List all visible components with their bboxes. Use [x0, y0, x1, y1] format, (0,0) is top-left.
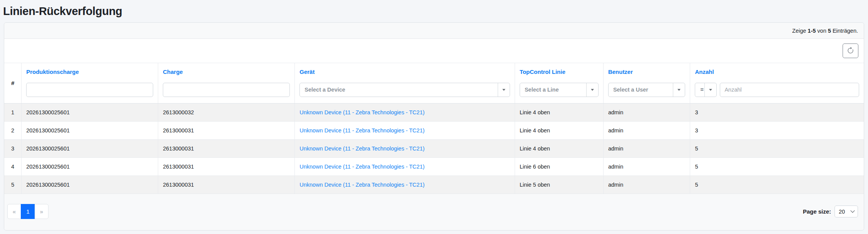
- page-title: Linien-Rückverfolgung: [0, 0, 868, 22]
- col-number: #: [4, 63, 22, 103]
- device-link[interactable]: Unknown Device (11 - Zebra Technologies …: [299, 164, 425, 170]
- cell-produktionscharge: 20261300025601: [22, 157, 158, 176]
- device-filter-placeholder: Select a Device: [300, 83, 498, 97]
- pagination-last-button[interactable]: »: [35, 204, 49, 219]
- page-size-select[interactable]: 20: [835, 206, 858, 217]
- summary-total: 5: [828, 28, 831, 34]
- column-header-number: #: [11, 80, 14, 86]
- page-size-value: 20: [839, 209, 845, 215]
- cell-benutzer: admin: [603, 139, 690, 157]
- cell-charge: 2613000031: [158, 176, 295, 194]
- cell-charge: 2613000031: [158, 139, 295, 157]
- grid-footer: « 1 » Page size: 20: [4, 194, 864, 230]
- device-filter-select[interactable]: Select a Device: [299, 83, 510, 97]
- table-row: 5 20261300025601 2613000031 Unknown Devi…: [4, 176, 864, 194]
- cell-geraet: Unknown Device (11 - Zebra Technologies …: [295, 103, 515, 121]
- column-header-produktionscharge[interactable]: Produktionscharge: [26, 69, 79, 75]
- table-row: 1 20261300025601 2613000032 Unknown Devi…: [4, 103, 864, 121]
- table-body: 1 20261300025601 2613000032 Unknown Devi…: [4, 103, 864, 194]
- pagination: « 1 »: [7, 204, 49, 219]
- cell-topcontrol-linie: Linie 6 oben: [515, 157, 603, 176]
- page-size-label: Page size:: [803, 208, 831, 215]
- cell-produktionscharge: 20261300025601: [22, 103, 158, 121]
- anzahl-operator-select[interactable]: =: [695, 83, 717, 97]
- cell-topcontrol-linie: Linie 4 oben: [515, 103, 603, 121]
- col-charge: Charge: [158, 63, 295, 103]
- table-row: 4 20261300025601 2613000031 Unknown Devi…: [4, 157, 864, 176]
- cell-anzahl: 5: [690, 139, 864, 157]
- cell-anzahl: 3: [690, 103, 864, 121]
- user-filter-select[interactable]: Select a User: [608, 83, 686, 97]
- cell-row-number: 2: [4, 121, 22, 139]
- cell-row-number: 4: [4, 157, 22, 176]
- refresh-icon: [847, 47, 854, 54]
- grid-panel: Zeige 1-5 von 5 Einträgen.: [4, 22, 864, 231]
- cell-charge: 2613000031: [158, 157, 295, 176]
- cell-benutzer: admin: [603, 103, 690, 121]
- summary-range: 1-5: [808, 28, 816, 34]
- cell-geraet: Unknown Device (11 - Zebra Technologies …: [295, 176, 515, 194]
- column-header-topcontrol-linie[interactable]: TopControl Linie: [520, 69, 565, 75]
- chevron-down-icon: [586, 83, 598, 97]
- charge-filter-input[interactable]: [163, 83, 290, 97]
- chevron-down-icon: [850, 208, 855, 212]
- col-produktionscharge: Produktionscharge: [22, 63, 158, 103]
- cell-benutzer: admin: [603, 121, 690, 139]
- cell-anzahl: 5: [690, 176, 864, 194]
- col-topcontrol-linie: TopControl Linie Select a Line: [515, 63, 603, 103]
- cell-produktionscharge: 20261300025601: [22, 176, 158, 194]
- pagination-first-button[interactable]: «: [7, 204, 21, 219]
- cell-row-number: 5: [4, 176, 22, 194]
- device-link[interactable]: Unknown Device (11 - Zebra Technologies …: [299, 127, 425, 134]
- chevron-down-icon: [704, 83, 716, 97]
- cell-topcontrol-linie: Linie 5 oben: [515, 176, 603, 194]
- cell-geraet: Unknown Device (11 - Zebra Technologies …: [295, 121, 515, 139]
- cell-topcontrol-linie: Linie 4 oben: [515, 139, 603, 157]
- summary-of-label: von: [817, 28, 826, 34]
- cell-geraet: Unknown Device (11 - Zebra Technologies …: [295, 157, 515, 176]
- page-size-control: Page size: 20: [803, 206, 858, 217]
- device-link[interactable]: Unknown Device (11 - Zebra Technologies …: [299, 109, 425, 115]
- col-anzahl: Anzahl =: [690, 63, 864, 103]
- toolbar: [4, 39, 864, 63]
- anzahl-operator-value: =: [695, 83, 704, 97]
- cell-row-number: 1: [4, 103, 22, 121]
- device-link[interactable]: Unknown Device (11 - Zebra Technologies …: [299, 182, 425, 188]
- cell-charge: 2613000032: [158, 103, 295, 121]
- refresh-button[interactable]: [843, 43, 858, 58]
- cell-topcontrol-linie: Linie 4 oben: [515, 121, 603, 139]
- cell-row-number: 3: [4, 139, 22, 157]
- summary-entries-label: Einträgen.: [833, 28, 858, 34]
- cell-anzahl: 5: [690, 157, 864, 176]
- pagination-page-1[interactable]: 1: [21, 204, 35, 219]
- table-row: 3 20261300025601 2613000031 Unknown Devi…: [4, 139, 864, 157]
- column-header-geraet[interactable]: Gerät: [299, 69, 314, 75]
- column-header-benutzer[interactable]: Benutzer: [608, 69, 633, 75]
- cell-benutzer: admin: [603, 157, 690, 176]
- summary-bar: Zeige 1-5 von 5 Einträgen.: [4, 23, 864, 39]
- user-filter-placeholder: Select a User: [609, 83, 673, 97]
- cell-benutzer: admin: [603, 176, 690, 194]
- cell-charge: 2613000031: [158, 121, 295, 139]
- summary-show-label: Zeige: [792, 28, 806, 34]
- cell-anzahl: 3: [690, 121, 864, 139]
- traceability-table: # Produktionscharge Charge Gerät Select …: [4, 63, 864, 194]
- cell-produktionscharge: 20261300025601: [22, 121, 158, 139]
- chevron-down-icon: [673, 83, 685, 97]
- chevron-down-icon: [498, 83, 510, 97]
- header-row: # Produktionscharge Charge Gerät Select …: [4, 63, 864, 103]
- table-row: 2 20261300025601 2613000031 Unknown Devi…: [4, 121, 864, 139]
- cell-produktionscharge: 20261300025601: [22, 139, 158, 157]
- device-link[interactable]: Unknown Device (11 - Zebra Technologies …: [299, 145, 425, 152]
- produktionscharge-filter-input[interactable]: [26, 83, 153, 97]
- line-filter-select[interactable]: Select a Line: [520, 83, 599, 97]
- line-filter-placeholder: Select a Line: [520, 83, 586, 97]
- anzahl-filter-input[interactable]: [720, 83, 859, 97]
- column-header-charge[interactable]: Charge: [163, 69, 183, 75]
- column-header-anzahl[interactable]: Anzahl: [695, 69, 714, 75]
- col-geraet: Gerät Select a Device: [295, 63, 515, 103]
- col-benutzer: Benutzer Select a User: [603, 63, 690, 103]
- cell-geraet: Unknown Device (11 - Zebra Technologies …: [295, 139, 515, 157]
